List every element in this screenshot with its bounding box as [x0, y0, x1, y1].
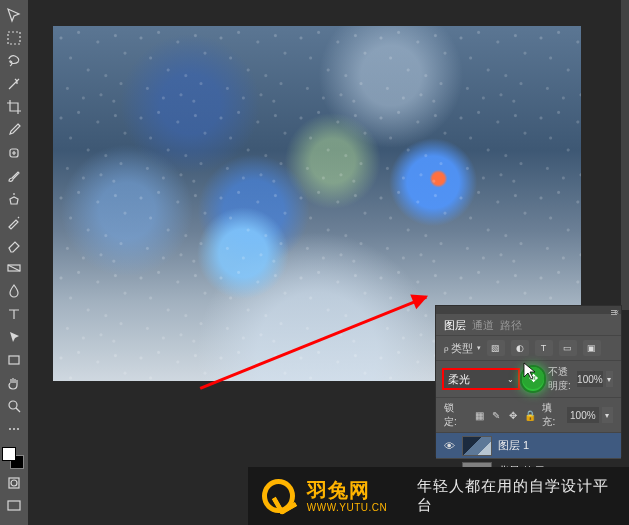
foreground-color-swatch[interactable]: [2, 447, 16, 461]
tool-gradient[interactable]: [2, 257, 26, 279]
annotation-highlight-marker: ✥: [522, 367, 544, 391]
fill-label: 填充:: [542, 401, 563, 429]
svg-point-7: [17, 428, 19, 430]
opacity-dropdown[interactable]: ▾: [606, 371, 613, 387]
filter-pixel-icon[interactable]: ▧: [487, 340, 505, 356]
blend-mode-select[interactable]: 柔光 ⌄: [444, 370, 518, 388]
brand-url: WWW.YUTU.CN: [307, 502, 388, 514]
lock-position-icon[interactable]: ✥: [507, 409, 519, 421]
tool-more[interactable]: [2, 418, 26, 440]
tool-rectangle[interactable]: [2, 349, 26, 371]
svg-rect-3: [9, 356, 19, 364]
tool-lasso[interactable]: [2, 50, 26, 72]
layer-filter-row: ρ 类型 ▾ ▧ ◐ T ▭ ▣: [436, 335, 621, 360]
tab-layers[interactable]: 图层: [444, 318, 466, 333]
svg-point-5: [9, 428, 11, 430]
quick-mask-toggle[interactable]: [2, 472, 26, 494]
brand-title: 羽兔网: [307, 479, 388, 502]
promo-banner: 羽兔网 WWW.YUTU.CN 年轻人都在用的自学设计平台: [248, 467, 629, 525]
toolbox: [0, 0, 28, 525]
layer-thumbnail[interactable]: [462, 436, 492, 456]
lock-image-icon[interactable]: ✎: [490, 409, 502, 421]
layer-row[interactable]: 👁 图层 1: [436, 432, 621, 458]
layers-panel: « 图层 通道 路径 ρ 类型 ▾ ▧ ◐ T ▭ ▣ 柔光 ⌄ ✥ 不透明度:…: [436, 306, 621, 456]
tool-history-brush[interactable]: [2, 211, 26, 233]
tool-blur[interactable]: [2, 280, 26, 302]
panel-tabs: 图层 通道 路径: [436, 314, 621, 335]
color-swatches[interactable]: [0, 447, 24, 471]
tab-channels[interactable]: 通道: [472, 318, 494, 333]
blend-opacity-row: 柔光 ⌄ ✥ 不透明度: 100% ▾: [436, 360, 621, 397]
lock-fill-row: 锁定: ▦ ✎ ✥ 🔒 填充: 100% ▾: [436, 397, 621, 432]
filter-smart-icon[interactable]: ▣: [583, 340, 601, 356]
brand-logo-icon: [262, 479, 295, 513]
tool-healing[interactable]: [2, 142, 26, 164]
visibility-eye-icon[interactable]: 👁: [442, 440, 456, 452]
lock-label: 锁定:: [444, 401, 465, 429]
tool-marquee[interactable]: [2, 27, 26, 49]
filter-type-icon[interactable]: T: [535, 340, 553, 356]
svg-rect-10: [8, 501, 20, 510]
tool-move[interactable]: [2, 4, 26, 26]
panel-drag-grip[interactable]: «: [436, 306, 621, 314]
opacity-value[interactable]: 100%: [577, 371, 603, 387]
filter-adjust-icon[interactable]: ◐: [511, 340, 529, 356]
tool-eyedropper[interactable]: [2, 119, 26, 141]
blend-mode-value: 柔光: [448, 372, 470, 387]
fill-dropdown[interactable]: ▾: [602, 407, 613, 423]
filter-kind-select[interactable]: ρ 类型 ▾: [444, 341, 481, 356]
tool-type[interactable]: [2, 303, 26, 325]
fill-value[interactable]: 100%: [567, 407, 599, 423]
filter-kind-label: 类型: [451, 341, 473, 356]
filter-shape-icon[interactable]: ▭: [559, 340, 577, 356]
tab-paths[interactable]: 路径: [500, 318, 522, 333]
svg-point-9: [11, 480, 17, 486]
right-panel-edge: [621, 0, 629, 310]
brand-slogan: 年轻人都在用的自学设计平台: [417, 477, 615, 515]
svg-point-4: [9, 401, 17, 409]
tool-crop[interactable]: [2, 96, 26, 118]
svg-rect-0: [8, 32, 20, 44]
tool-hand[interactable]: [2, 372, 26, 394]
tool-magic-wand[interactable]: [2, 73, 26, 95]
tool-clone[interactable]: [2, 188, 26, 210]
tool-brush[interactable]: [2, 165, 26, 187]
lock-transparency-icon[interactable]: ▦: [473, 409, 485, 421]
chevron-down-icon: ⌄: [507, 375, 514, 384]
tool-eraser[interactable]: [2, 234, 26, 256]
opacity-label: 不透明度:: [548, 365, 574, 393]
screen-mode-toggle[interactable]: [2, 495, 26, 517]
tool-path-select[interactable]: [2, 326, 26, 348]
layer-name[interactable]: 图层 1: [498, 438, 529, 453]
tool-zoom[interactable]: [2, 395, 26, 417]
panel-collapse-icon[interactable]: «: [614, 307, 619, 317]
svg-point-6: [13, 428, 15, 430]
lock-all-icon[interactable]: 🔒: [524, 409, 536, 421]
